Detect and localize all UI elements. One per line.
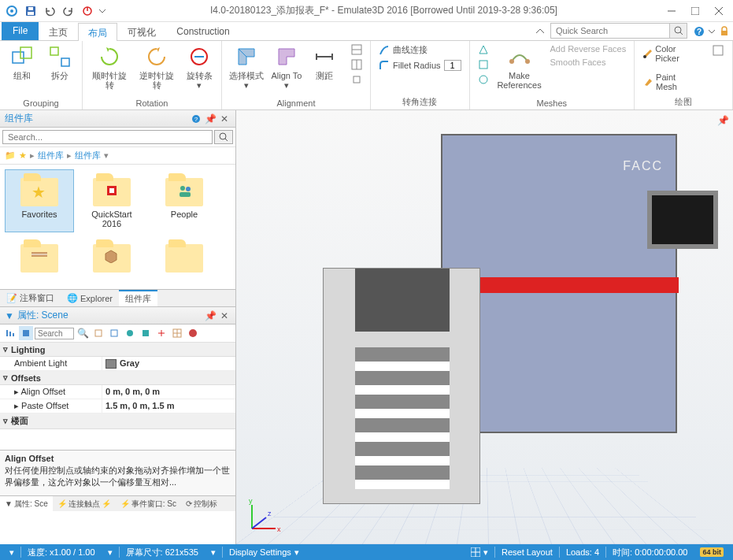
status-grid-icon[interactable]: ▾ bbox=[465, 547, 494, 558]
search-button[interactable] bbox=[669, 24, 687, 38]
help-icon[interactable]: ? bbox=[690, 22, 708, 40]
lock-icon[interactable] bbox=[716, 22, 733, 40]
tab-notes[interactable]: 📝注释窗口 bbox=[0, 290, 61, 306]
breadcrumb-1[interactable]: 组件库 bbox=[75, 150, 101, 161]
prop-row-align-offset[interactable]: ▸ Align Offset 0 m, 0 m, 0 m bbox=[0, 385, 235, 399]
svg-text:?: ? bbox=[697, 28, 702, 36]
viewport-pin-icon[interactable]: 📌 bbox=[717, 115, 728, 126]
library-search-input[interactable] bbox=[2, 130, 213, 144]
curve-connect-button[interactable]: 曲线连接 bbox=[376, 43, 465, 57]
rotate-ccw-button[interactable]: 逆时针旋转 bbox=[135, 43, 179, 91]
mesh-mini-3[interactable] bbox=[475, 72, 492, 87]
minimize-button[interactable] bbox=[661, 2, 683, 20]
status-screen-size: 屏幕尺寸: 621x535 bbox=[120, 547, 205, 558]
library-item-favorites[interactable]: ★ Favorites bbox=[5, 169, 74, 232]
status-display-settings[interactable]: Display Settings ▾ bbox=[223, 547, 305, 558]
3d-viewport[interactable]: FACC y x z 📌 bbox=[236, 110, 733, 544]
prop-tool-4[interactable] bbox=[139, 326, 153, 340]
library-close-icon[interactable]: ✕ bbox=[218, 113, 231, 125]
library-search-button[interactable] bbox=[214, 130, 233, 144]
make-references-button[interactable]: Make References bbox=[495, 43, 544, 91]
quick-search-input[interactable] bbox=[551, 26, 669, 35]
align-mini-3[interactable] bbox=[348, 72, 365, 87]
properties-pin-icon[interactable]: 📌 bbox=[204, 310, 217, 322]
tab-home[interactable]: 主页 bbox=[39, 22, 78, 40]
paint-mesh-button[interactable]: Paint Mesh bbox=[639, 71, 699, 93]
tab-layout[interactable]: 布局 bbox=[78, 23, 117, 41]
measure-button[interactable]: 测距 bbox=[307, 43, 342, 82]
library-item-people[interactable]: People bbox=[150, 169, 219, 232]
select-mode-button[interactable]: 选择模式 ▾ bbox=[227, 43, 266, 91]
prop-tool-6[interactable] bbox=[170, 326, 184, 340]
btab-connections[interactable]: ⚡ 连接触点⚡ bbox=[53, 496, 116, 511]
mesh-mini-1[interactable] bbox=[475, 43, 492, 57]
library-item-box[interactable] bbox=[77, 235, 146, 280]
properties-search-input[interactable] bbox=[35, 328, 74, 339]
align-to-button[interactable]: Align To ▾ bbox=[269, 43, 304, 91]
maximize-button[interactable] bbox=[684, 2, 706, 20]
status-speed[interactable]: 速度: x1.00 / 1.00 bbox=[21, 547, 102, 558]
status-dropdown-icon[interactable]: ▾ bbox=[3, 547, 20, 558]
app-icon[interactable] bbox=[3, 2, 20, 20]
tab-visualize[interactable]: 可视化 bbox=[117, 22, 166, 40]
cube-icon[interactable] bbox=[19, 326, 33, 340]
library-tabs: 📝注释窗口 🌐Explorer 组件库 bbox=[0, 289, 235, 306]
undo-icon[interactable] bbox=[41, 2, 58, 20]
combine-button[interactable]: 组和 bbox=[5, 43, 39, 82]
status-reset-layout[interactable]: Reset Layout bbox=[495, 547, 559, 557]
prop-tool-2[interactable] bbox=[107, 326, 121, 340]
align-mini-2[interactable] bbox=[348, 57, 365, 72]
prop-row-ambient[interactable]: Ambient Light Gray bbox=[0, 357, 235, 371]
prop-tool-3[interactable] bbox=[123, 326, 137, 340]
library-help-icon[interactable]: ? bbox=[190, 113, 202, 125]
paint-rect-icon[interactable] bbox=[709, 43, 727, 58]
redo-icon[interactable] bbox=[60, 2, 77, 20]
statusbar: ▾ 速度: x1.00 / 1.00 ▾ 屏幕尺寸: 621x535 ▾ Dis… bbox=[0, 544, 733, 560]
tab-explorer[interactable]: 🌐Explorer bbox=[61, 290, 119, 306]
breadcrumb-0[interactable]: 组件库 bbox=[38, 150, 64, 161]
add-reverse-faces-button: Add Reverse Faces bbox=[547, 43, 630, 55]
library-item-conveyor[interactable] bbox=[5, 235, 74, 280]
prop-row-paste-offset[interactable]: ▸ Paste Offset 1.5 m, 0 m, 1.5 m bbox=[0, 399, 235, 414]
svg-line-36 bbox=[225, 139, 228, 141]
rotate-cw-button[interactable]: 顺时针旋转 bbox=[87, 43, 131, 91]
svg-point-1 bbox=[10, 9, 13, 13]
filter-icon[interactable]: ▼ bbox=[5, 310, 14, 321]
btab-properties[interactable]: ▼ 属性: Sce bbox=[0, 496, 53, 511]
library-pin-icon[interactable]: 📌 bbox=[204, 113, 217, 125]
tab-library[interactable]: 组件库 bbox=[119, 290, 157, 306]
save-icon[interactable] bbox=[22, 2, 39, 20]
library-item-blank[interactable] bbox=[150, 235, 219, 280]
star-icon[interactable]: ★ bbox=[19, 150, 27, 161]
help-dropdown-icon[interactable] bbox=[708, 22, 716, 40]
qat-dropdown-icon[interactable] bbox=[98, 2, 107, 20]
btab-control[interactable]: ⟳ 控制标 bbox=[181, 496, 222, 511]
status-screen-dropdown-icon[interactable]: ▾ bbox=[205, 547, 222, 558]
prop-cat-floor[interactable]: ▿ 楼面 bbox=[0, 414, 235, 429]
mesh-mini-2[interactable] bbox=[475, 57, 492, 72]
align-mini-1[interactable] bbox=[348, 43, 365, 57]
ribbon-group-paint: Color Picker Paint Mesh 绘图 bbox=[635, 41, 733, 109]
status-speed-dropdown-icon[interactable]: ▾ bbox=[102, 547, 119, 558]
fillet-radius-input[interactable] bbox=[444, 60, 461, 71]
prop-tool-7[interactable] bbox=[186, 326, 200, 340]
close-button[interactable] bbox=[708, 2, 730, 20]
tab-construction[interactable]: Construction bbox=[166, 22, 239, 40]
spinbar-button[interactable]: 旋转条 ▾ bbox=[182, 43, 217, 91]
prop-search-icon[interactable]: 🔍 bbox=[76, 326, 90, 340]
btab-events[interactable]: ⚡ 事件窗口: Sc bbox=[116, 496, 181, 511]
file-tab[interactable]: File bbox=[2, 22, 39, 40]
properties-grid: ▿ Lighting Ambient Light Gray ▿ Offsets … bbox=[0, 343, 235, 450]
prop-cat-offsets[interactable]: ▿ Offsets bbox=[0, 371, 235, 385]
folder-icon[interactable]: 📁 bbox=[5, 150, 16, 161]
color-picker-button[interactable]: Color Picker bbox=[639, 43, 699, 65]
prop-tool-1[interactable] bbox=[91, 326, 106, 340]
prop-cat-lighting[interactable]: ▿ Lighting bbox=[0, 343, 235, 357]
library-item-quickstart[interactable]: QuickStart 2016 bbox=[77, 169, 146, 232]
sort-icon[interactable] bbox=[3, 326, 17, 340]
properties-close-icon[interactable]: ✕ bbox=[218, 310, 231, 322]
ribbon-expand-icon[interactable] bbox=[533, 22, 547, 40]
power-icon[interactable] bbox=[79, 2, 96, 20]
split-button[interactable]: 拆分 bbox=[43, 43, 77, 82]
prop-tool-5[interactable] bbox=[154, 326, 168, 340]
